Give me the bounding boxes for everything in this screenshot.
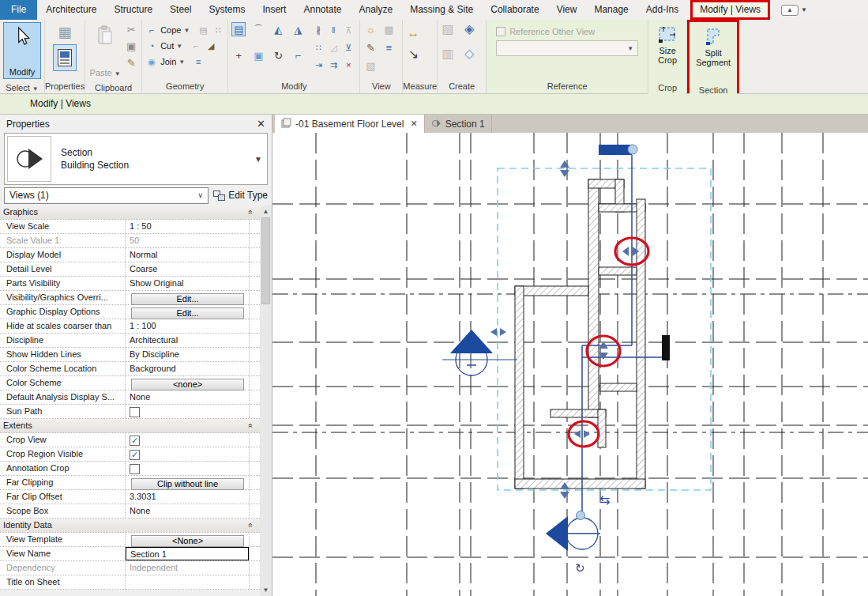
match-type-brush-icon[interactable]: ✎ [124,55,138,70]
property-value[interactable]: 50 [125,234,249,247]
section-head-left[interactable] [442,330,517,375]
cut-button[interactable]: ◔Cut▼⌐◢ [145,38,224,54]
property-button[interactable]: <None> [131,535,244,547]
flip-left-right-control[interactable] [490,328,506,336]
ribbon-tab-file[interactable]: File [0,0,37,20]
join-icon[interactable]: ◉ [145,55,158,68]
cope-button[interactable]: ⌐Cope▼▤∷ [145,22,224,38]
scroll-up-icon[interactable]: ▲ [263,206,269,217]
cut-geometry-icon[interactable]: ◔ [145,40,158,52]
property-button[interactable]: Edit... [131,307,244,319]
property-value[interactable]: None [125,504,249,518]
create-similar-icon[interactable]: ◈ [462,22,476,36]
property-value[interactable]: 3.3031 [125,490,249,504]
split-segment-button[interactable]: SplitSegment [693,25,734,81]
thin-lines-icon[interactable]: ≡ [381,40,396,55]
checkbox-unchecked-icon[interactable] [130,407,140,417]
create-parts-icon[interactable]: ◇ [462,47,476,61]
property-value[interactable]: 1 : 100 [125,319,249,333]
ribbon-tab-collaborate[interactable]: Collaborate [482,0,547,20]
modify-tool-button[interactable]: Modify [3,22,41,79]
split-with-gap-icon[interactable]: ‖ [327,24,340,36]
family-types-icon[interactable]: ▦ [54,22,75,43]
ribbon-display-toggle[interactable]: ▲ ▼ [781,5,807,16]
rotate-icon[interactable]: ↻ [271,48,285,62]
close-icon[interactable]: ✕ [257,118,265,130]
move-icon[interactable]: + [231,48,246,62]
align-icon[interactable]: ▤ [231,22,246,36]
edit-type-button[interactable]: Edit Type [213,190,268,201]
property-value[interactable]: Coarse [125,262,249,276]
copy-icon[interactable]: ▣ [251,48,265,62]
property-value[interactable] [125,575,249,589]
ribbon-tab-steel[interactable]: Steel [161,0,200,20]
hide-elements-box-icon[interactable]: ▧ [363,58,378,73]
properties-toggle-button[interactable] [53,44,77,71]
ribbon-tab-systems[interactable]: Systems [200,0,254,20]
size-crop-button[interactable]: SizeCrop [652,22,683,79]
create-assembly-icon[interactable]: ▥ [441,47,455,61]
property-value[interactable]: Show Original [125,277,249,290]
reference-view-dropdown[interactable]: ▼ [496,40,638,56]
unjoin-icon[interactable]: ∷ [212,24,224,36]
ribbon-tab-structure[interactable]: Structure [105,0,161,20]
checkbox-checked-icon[interactable]: ✓ [130,450,140,460]
collapse-group-icon[interactable]: » [246,424,260,428]
property-value[interactable] [125,462,249,475]
ribbon-tab-annotate[interactable]: Annotate [295,0,350,20]
delete-icon[interactable]: × [342,58,355,71]
section-flag[interactable] [599,145,632,155]
wall-joins-icon[interactable]: ⌐ [190,40,202,52]
property-value[interactable]: Clip without line [125,476,249,489]
pin-icon[interactable]: ⊼ [342,24,355,36]
measure-ruler-icon[interactable]: ↔ [406,26,420,40]
property-value[interactable]: 1 : 50 [125,220,249,233]
checkbox-checked-icon[interactable]: ✓ [130,436,140,446]
rotate-control-icon[interactable]: ↻ [575,561,585,575]
property-value[interactable]: Architectural [125,334,249,347]
property-value[interactable]: By Discipline [125,348,249,361]
property-button[interactable]: <none> [131,379,244,390]
trim-extend-corner-icon[interactable]: ⌐ [291,48,305,62]
property-value[interactable]: <None> [125,533,249,546]
unpin-icon[interactable]: ⊻ [342,41,355,54]
view-tab-section-1[interactable]: Section 1 [425,115,492,133]
ribbon-tab-modify-views[interactable]: Modify | Views [690,0,770,20]
split-element-icon[interactable]: ∦ [312,24,325,36]
property-value[interactable]: Normal [125,248,249,262]
beam-joins-icon[interactable]: ≡ [192,55,205,68]
aligned-dimension-icon[interactable]: ↘ [406,47,420,62]
cope-icon[interactable]: ⌐ [145,24,158,36]
mirror-draw-axis-icon[interactable]: ◮ [291,22,305,36]
type-selector[interactable]: Section Building Section ▼ [4,133,268,185]
property-value[interactable]: ✓ [125,447,249,461]
property-value[interactable]: <none> [125,376,249,390]
view-lightbulb-icon[interactable]: ☼ [363,22,378,36]
drag-handle[interactable] [577,511,585,520]
trim-extend-multiple-icon[interactable]: ⇉ [327,58,340,71]
cut-scissors-icon[interactable]: ✂ [124,22,138,36]
scale-icon[interactable]: ◿ [327,41,340,54]
collapse-group-icon[interactable]: » [246,210,260,215]
ribbon-tab-insert[interactable]: Insert [254,0,295,20]
checkbox-unchecked-icon[interactable] [130,464,140,474]
property-value[interactable]: Independent [125,561,249,575]
property-value[interactable]: Edit... [125,291,249,304]
segment-end-marker[interactable] [662,335,670,360]
ribbon-tab-architecture[interactable]: Architecture [37,0,105,20]
scroll-down-icon[interactable]: ▼ [263,584,269,596]
override-graphics-brush-icon[interactable]: ✎ [363,40,378,55]
ribbon-tab-massing-site[interactable]: Massing & Site [401,0,482,20]
flip-section-icon[interactable]: ⇆ [599,493,610,507]
plan-view-canvas[interactable]: ↻ ⇆ [272,133,868,596]
property-value[interactable] [125,405,249,418]
ribbon-tab-analyze[interactable]: Analyze [351,0,402,20]
ribbon-tab-add-ins[interactable]: Add-Ins [637,0,687,20]
property-button[interactable]: Clip without line [131,478,244,490]
view-tab--01-basement-floor-level[interactable]: -01 Basement Floor Level✕ [275,115,425,133]
views-filter-dropdown[interactable]: Views (1) ∨ [4,187,209,204]
trim-extend-single-icon[interactable]: ⇥ [312,58,325,71]
close-view-tab-icon[interactable]: ✕ [410,119,417,129]
ribbon-tab-manage[interactable]: Manage [585,0,637,20]
array-icon[interactable]: ∷ [312,41,325,54]
